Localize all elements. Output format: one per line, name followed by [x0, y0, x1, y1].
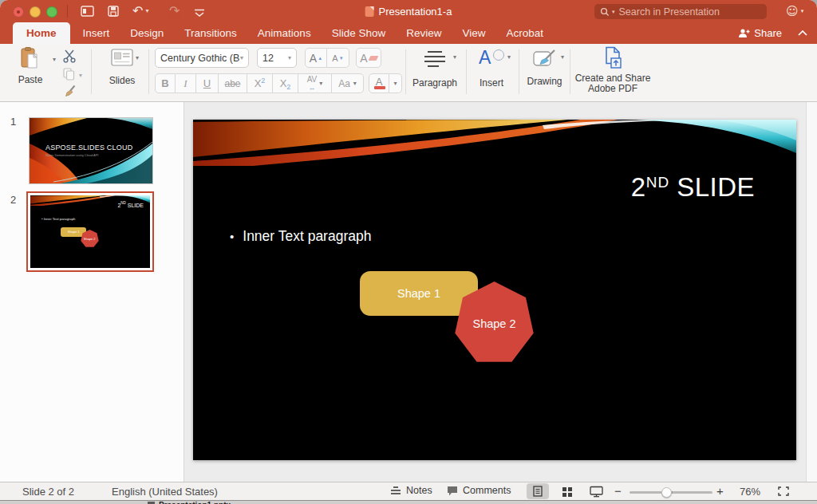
undo-icon: ↶	[132, 3, 143, 18]
zoom-in-button[interactable]: +	[716, 484, 724, 498]
titlebar-divider	[67, 5, 68, 18]
character-spacing-label: AV	[307, 76, 318, 84]
customize-toolbar-icon	[194, 9, 205, 18]
customize-toolbar-button[interactable]	[194, 6, 205, 21]
format-painter-button[interactable]	[64, 85, 77, 100]
strikethrough-label: abe	[224, 78, 240, 89]
bold-button[interactable]: B	[155, 73, 176, 93]
strikethrough-button[interactable]: abe	[219, 73, 247, 93]
comment-icon	[447, 486, 458, 496]
slide-editor-canvas[interactable]: 2NDSLIDE •Inner Text paragraph Shape 1 S…	[184, 102, 806, 482]
italic-button[interactable]: I	[176, 73, 196, 93]
zoom-level[interactable]: 76%	[740, 486, 760, 498]
copy-button[interactable]	[63, 68, 75, 84]
comments-button[interactable]: Comments	[447, 485, 511, 496]
powerpoint-window: ↶ ▾ ↷ Presentation1-a ▾ ☺ ▾	[0, 0, 817, 504]
new-slide-button[interactable]	[81, 6, 94, 20]
close-button[interactable]	[13, 6, 24, 18]
slide-1-thumbnail[interactable]: ASPOSE.SLIDES CLOUD Notes Demonstration …	[29, 117, 153, 184]
chevron-down-icon: ▾	[612, 9, 615, 15]
drawing-button[interactable]: Drawing	[523, 49, 566, 87]
minimize-button[interactable]	[30, 6, 41, 18]
new-slide-icon	[81, 6, 94, 17]
grow-font-button[interactable]: A ▲	[305, 48, 327, 68]
chevron-down-icon: ▾	[453, 53, 456, 61]
superscript-button[interactable]: X2	[247, 73, 273, 93]
triangle-up-icon: ▲	[318, 56, 322, 61]
change-case-button[interactable]: Aa ▾	[332, 73, 364, 93]
slide-theme-art	[193, 120, 796, 166]
tab-insert[interactable]: Insert	[83, 22, 110, 44]
tab-transitions[interactable]: Transitions	[184, 22, 237, 44]
window-title-group: Presentation1-a	[365, 0, 452, 22]
paragraph-button[interactable]: Paragraph	[410, 50, 460, 89]
vertical-scrollbar[interactable]	[806, 102, 817, 482]
notes-label: Notes	[406, 485, 432, 496]
slides-label: Slides	[99, 75, 145, 86]
normal-view-icon	[533, 486, 543, 497]
slide-sorter-icon	[562, 486, 572, 497]
font-name-value: Century Gothic (B...	[160, 53, 240, 64]
language-status[interactable]: English (United States)	[112, 486, 218, 498]
slide-title-number: 2	[631, 172, 646, 202]
drawing-label: Drawing	[523, 76, 566, 87]
slide[interactable]: 2NDSLIDE •Inner Text paragraph Shape 1 S…	[193, 120, 796, 460]
tab-animations[interactable]: Animations	[258, 22, 311, 44]
paste-button[interactable]: Paste	[10, 47, 51, 85]
comments-label: Comments	[463, 485, 511, 496]
chevron-down-icon: ▾	[145, 7, 148, 14]
search-field[interactable]: ▾	[594, 4, 767, 19]
fullscreen-button[interactable]	[46, 6, 57, 18]
underline-button[interactable]: U	[196, 73, 219, 93]
status-bar: Slide 2 of 2 English (United States) Not…	[0, 482, 817, 500]
font-color-caret[interactable]: ▾	[389, 73, 402, 93]
zoom-out-button[interactable]: −	[614, 484, 622, 498]
paragraph-alignment-icon	[423, 50, 447, 68]
font-size-select[interactable]: 12 ▾	[257, 48, 297, 68]
tab-design[interactable]: Design	[130, 22, 164, 44]
slideshow-button[interactable]	[585, 483, 607, 499]
zoom-slider[interactable]	[630, 491, 712, 494]
change-case-label: Aa	[338, 78, 350, 89]
slide-title[interactable]: 2NDSLIDE	[631, 172, 755, 203]
normal-view-button[interactable]	[527, 483, 549, 499]
font-name-select[interactable]: Century Gothic (B... ▾	[155, 48, 249, 68]
cut-button[interactable]	[62, 49, 77, 66]
slide-title-text: SLIDE	[677, 172, 755, 202]
slide-sorter-button[interactable]	[555, 483, 578, 499]
chevron-down-icon: ▾	[288, 55, 291, 61]
tab-view[interactable]: View	[462, 22, 485, 44]
redo-button[interactable]: ↷	[169, 3, 180, 18]
slide-2-thumbnail-selected[interactable]: 2ND SLIDE • Inner Text paragraph Shape 1…	[26, 191, 154, 272]
save-button[interactable]	[108, 6, 119, 20]
create-adobe-pdf-button[interactable]: Create and Share Adobe PDF	[573, 46, 653, 94]
clear-formatting-button[interactable]: A	[356, 48, 381, 68]
tab-home[interactable]: Home	[13, 22, 70, 44]
body-text-placeholder[interactable]: •Inner Text paragraph	[230, 228, 371, 245]
font-color-button[interactable]: A	[369, 73, 389, 93]
insert-button[interactable]: A Insert	[471, 49, 512, 89]
shape-1[interactable]: Shape 1	[360, 271, 478, 316]
clear-format-label: A	[360, 52, 367, 65]
slide-thumbnail-panel: 1 ASPOSE.SLIDES CLOUD Notes Demonstratio…	[0, 102, 184, 482]
chevron-down-icon: ▾	[801, 8, 804, 14]
insert-text-icon: A	[479, 49, 504, 69]
tab-review[interactable]: Review	[406, 22, 441, 44]
tab-acrobat[interactable]: Acrobat	[506, 22, 543, 44]
undo-button[interactable]: ↶ ▾	[132, 3, 148, 18]
chevron-down-icon: ▾	[136, 54, 139, 61]
fit-to-window-button[interactable]	[772, 483, 795, 499]
collapse-ribbon-button[interactable]	[798, 30, 807, 36]
shrink-font-button[interactable]: A ▼	[327, 48, 349, 68]
notes-button[interactable]: Notes	[390, 485, 432, 496]
ribbon-divider	[570, 49, 570, 94]
share-button[interactable]: Share	[737, 27, 782, 39]
zoom-slider-knob[interactable]	[661, 487, 672, 498]
search-input[interactable]	[618, 6, 761, 18]
feedback-button[interactable]: ☺ ▾	[786, 4, 803, 18]
character-spacing-button[interactable]: AV ↔ ▾	[298, 73, 332, 93]
shape-1-label: Shape 1	[397, 287, 440, 300]
slideshow-icon	[590, 486, 603, 498]
subscript-button[interactable]: X2	[273, 73, 298, 93]
tab-slide-show[interactable]: Slide Show	[332, 22, 386, 44]
